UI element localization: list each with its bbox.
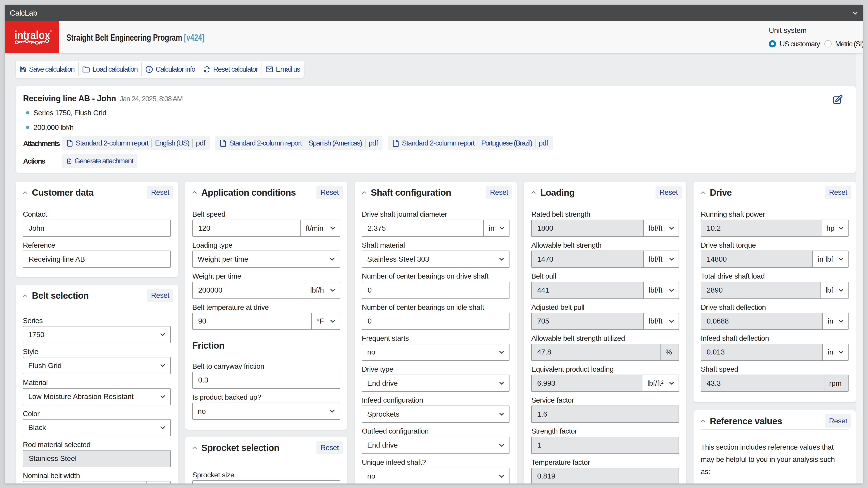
- svg-text:®: ®: [50, 30, 52, 33]
- svg-text:intralox: intralox: [14, 29, 50, 41]
